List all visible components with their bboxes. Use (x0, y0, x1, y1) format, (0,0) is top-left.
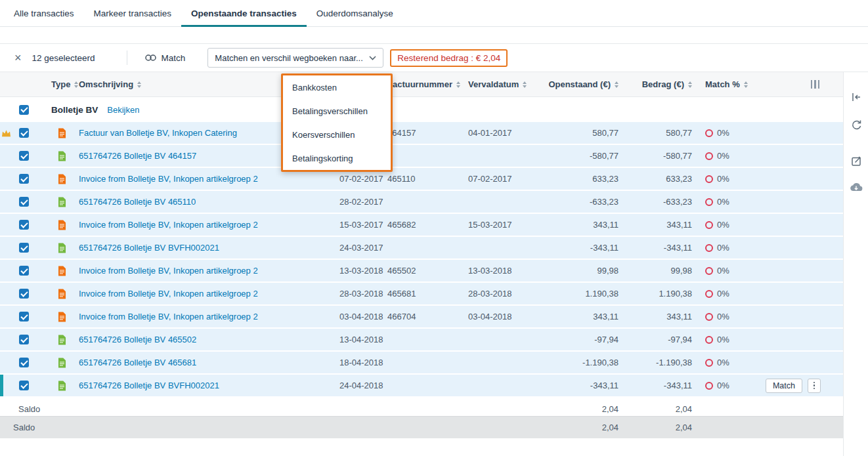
transaction-description-link[interactable]: 651764726 Bolletje BV 465110 (79, 197, 196, 207)
row-checkbox[interactable] (19, 358, 29, 367)
transaction-description-link[interactable]: 651764726 Bolletje BV BVFH002021 (79, 381, 219, 390)
row-checkbox[interactable] (19, 335, 29, 344)
match-percentage: 0% (717, 312, 729, 321)
saldo-bedrag: 2,04 (622, 398, 696, 413)
transaction-description-link[interactable]: Factuur van Bolletje BV, Inkopen Caterin… (79, 128, 237, 138)
cloud-download-icon[interactable] (849, 180, 863, 192)
row-checkbox[interactable] (19, 128, 29, 138)
tab-markeer-transacties[interactable]: Markeer transacties (84, 0, 182, 26)
transaction-date: 24-04-2018 (337, 375, 385, 396)
tab-alle-transacties[interactable]: Alle transacties (4, 0, 84, 26)
clear-selection-icon[interactable]: × (14, 52, 22, 64)
row-checkbox[interactable] (19, 243, 29, 253)
menu-item-betalingskorting[interactable]: Betalingskorting (283, 146, 391, 170)
match-percentage: 0% (717, 243, 729, 253)
table-row[interactable]: Factuur van Bolletje BV, Inkopen Caterin… (0, 122, 843, 145)
match-cell: 0% (696, 260, 758, 281)
invoice-number (385, 329, 460, 350)
row-checkbox[interactable] (19, 197, 29, 207)
sort-icon[interactable] (615, 81, 618, 88)
transaction-description-link[interactable]: 651764726 Bolletje BV BVFH002021 (79, 243, 219, 253)
column-chooser-icon[interactable] (811, 80, 820, 89)
table-row[interactable]: Invoice from Bolletje BV, Inkopen artike… (0, 260, 843, 283)
amount: 580,77 (622, 122, 696, 144)
amount: 343,11 (622, 214, 696, 236)
payment-icon (58, 381, 66, 391)
transaction-date: 13-04-2018 (337, 329, 385, 350)
row-indicator-cell (0, 191, 12, 213)
group-view-link[interactable]: Bekijken (107, 105, 139, 115)
due-date (460, 375, 540, 396)
table-row[interactable]: 651764726 Bolletje BV BVFH002021 24-03-2… (0, 237, 843, 260)
sort-icon[interactable] (137, 81, 141, 88)
collapse-panel-icon[interactable] (850, 91, 863, 104)
transaction-description-link[interactable]: Invoice from Bolletje BV, Inkopen artike… (79, 289, 258, 299)
row-checkbox[interactable] (19, 289, 29, 299)
header-bedrag[interactable]: Bedrag (€) (622, 79, 696, 89)
due-date: 04-01-2017 (460, 122, 540, 144)
edit-icon[interactable] (850, 154, 863, 167)
header-type[interactable]: Type (35, 79, 76, 89)
due-date (460, 145, 540, 167)
menu-item-betalingsverschillen[interactable]: Betalingsverschillen (283, 99, 391, 123)
purchase-invoice-icon (58, 266, 66, 276)
row-checkbox[interactable] (19, 312, 29, 321)
menu-item-koersverschillen[interactable]: Koersverschillen (283, 123, 391, 146)
table-row[interactable]: Invoice from Bolletje BV, Inkopen artike… (0, 306, 843, 329)
transaction-description-link[interactable]: 651764726 Bolletje BV 464157 (79, 151, 196, 161)
sort-icon[interactable] (688, 81, 692, 88)
table-row[interactable]: Invoice from Bolletje BV, Inkopen artike… (0, 168, 843, 191)
table-row[interactable]: 651764726 Bolletje BV 465502 13-04-2018 … (0, 329, 843, 352)
header-openstaand[interactable]: Openstaand (€) (540, 79, 622, 89)
row-type-cell (35, 214, 76, 236)
match-cell: 0% (696, 191, 758, 213)
row-indicator-cell (0, 237, 12, 259)
table-row[interactable]: 651764726 Bolletje BV 465110 28-02-2017 … (0, 191, 843, 214)
transaction-description-link[interactable]: 651764726 Bolletje BV 465681 (79, 358, 196, 367)
transaction-description-link[interactable]: 651764726 Bolletje BV 465502 (79, 335, 196, 344)
due-date (460, 352, 540, 373)
row-checkbox[interactable] (19, 266, 29, 276)
match-button[interactable]: Match (144, 53, 186, 63)
saldo-row-clipped: Saldo 2,04 2,04 (0, 398, 843, 413)
tab-openstaande-transacties[interactable]: Openstaande transacties (181, 0, 307, 26)
header-match[interactable]: Match % (696, 79, 758, 89)
openstaande-transacties-screen: Alle transacties Markeer transacties Ope… (0, 0, 868, 456)
progress-ring (705, 221, 713, 229)
saldo-bedrag: 2,04 (622, 417, 696, 438)
invoice-number: 465110 (385, 168, 460, 190)
kebab-menu-icon[interactable] (808, 379, 821, 393)
row-checkbox[interactable] (19, 174, 29, 184)
row-match-button[interactable]: Match (766, 379, 802, 393)
sort-icon[interactable] (744, 81, 748, 88)
header-factuurnummer[interactable]: Factuurnummer (385, 79, 460, 89)
transaction-description-link[interactable]: Invoice from Bolletje BV, Inkopen artike… (79, 266, 258, 276)
sort-icon[interactable] (523, 81, 527, 88)
amount: -633,23 (622, 191, 696, 213)
match-toolbar: × 12 geselecteerd Match Matchen en versc… (0, 43, 868, 72)
redo-icon[interactable] (850, 117, 863, 130)
table-row[interactable]: 651764726 Bolletje BV BVFH002021 24-04-2… (0, 375, 843, 398)
header-vervaldatum[interactable]: Vervaldatum (460, 79, 540, 89)
invoice-number: 465681 (385, 283, 460, 304)
transaction-description-link[interactable]: Invoice from Bolletje BV, Inkopen artike… (79, 174, 258, 184)
menu-item-bankkosten[interactable]: Bankkosten (283, 75, 391, 99)
invoice-number (385, 145, 460, 167)
table-row[interactable]: 651764726 Bolletje BV 465681 18-04-2018 … (0, 352, 843, 375)
table-row[interactable]: Invoice from Bolletje BV, Inkopen artike… (0, 214, 843, 237)
saldo-openstaand: 2,04 (540, 398, 622, 413)
tab-ouderdomsanalyse[interactable]: Ouderdomsanalyse (307, 0, 403, 26)
group-checkbox[interactable] (19, 105, 29, 115)
table-row[interactable]: 651764726 Bolletje BV 464157 -580,77 -58… (0, 145, 843, 168)
row-checkbox[interactable] (19, 381, 29, 390)
table-row[interactable]: Invoice from Bolletje BV, Inkopen artike… (0, 283, 843, 306)
match-writeoff-dropdown[interactable]: Matchen en verschil wegboeken naar... (207, 48, 383, 68)
row-checkbox[interactable] (19, 220, 29, 230)
payment-icon (58, 197, 66, 207)
amount: -343,11 (622, 237, 696, 259)
transaction-description-link[interactable]: Invoice from Bolletje BV, Inkopen artike… (79, 312, 258, 321)
outstanding-amount: 580,77 (540, 122, 622, 144)
transaction-description-link[interactable]: Invoice from Bolletje BV, Inkopen artike… (79, 220, 258, 230)
transaction-date: 03-04-2018 (337, 306, 385, 327)
row-checkbox[interactable] (19, 151, 29, 161)
